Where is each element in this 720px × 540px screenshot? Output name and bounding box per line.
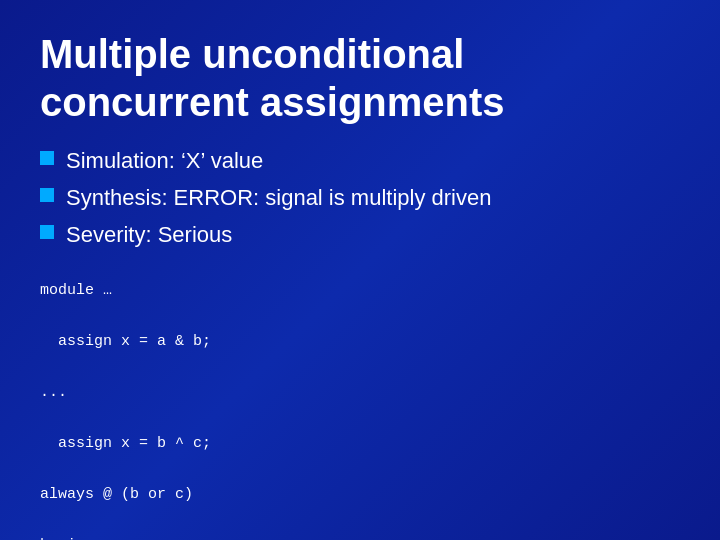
code-line-assign2: assign x = b ^ c; — [40, 431, 680, 457]
title-line1: Multiple unconditional — [40, 30, 680, 78]
code-line-blank3 — [40, 406, 680, 432]
bullet-square-2 — [40, 188, 54, 202]
bullet-label-2: Synthesis: ERROR: signal is multiply dri… — [66, 183, 491, 214]
bullet-label-1: Simulation: ‘X’ value — [66, 146, 263, 177]
code-line-blank2 — [40, 355, 680, 381]
slide-title: Multiple unconditional concurrent assign… — [40, 30, 680, 126]
bullet-label-3: Severity: Serious — [66, 220, 232, 251]
code-line-begin: begin — [40, 533, 680, 540]
bullet-item-3: Severity: Serious — [40, 220, 680, 251]
bullet-square-3 — [40, 225, 54, 239]
code-line-always: always @ (b or c) — [40, 482, 680, 508]
bullet-list: Simulation: ‘X’ value Synthesis: ERROR: … — [40, 146, 680, 256]
code-line-blank5 — [40, 508, 680, 534]
bullet-item-1: Simulation: ‘X’ value — [40, 146, 680, 177]
code-block: module … assign x = a & b; ... assign x … — [40, 278, 680, 540]
code-line-module: module … — [40, 278, 680, 304]
title-line2: concurrent assignments — [40, 78, 680, 126]
code-line-blank1 — [40, 304, 680, 330]
code-line-assign1: assign x = a & b; — [40, 329, 680, 355]
code-line-ellipsis: ... — [40, 380, 680, 406]
bullet-item-2: Synthesis: ERROR: signal is multiply dri… — [40, 183, 680, 214]
code-line-blank4 — [40, 457, 680, 483]
bullet-square-1 — [40, 151, 54, 165]
slide: Multiple unconditional concurrent assign… — [0, 0, 720, 540]
